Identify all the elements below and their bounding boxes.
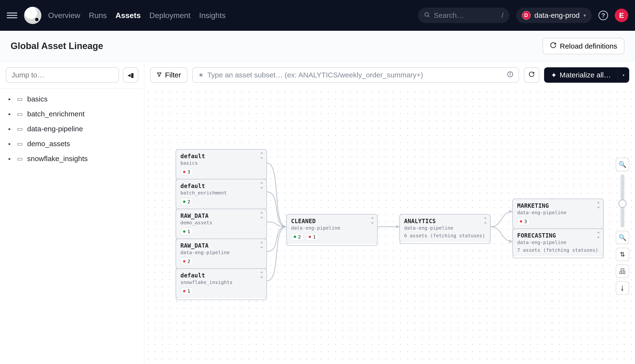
zoom-in-icon: 🔍 [619, 161, 626, 168]
status-dot-error-icon [309, 236, 311, 238]
node-title: RAW_DATA [180, 242, 262, 249]
tree-item-label: snowflake_insights [27, 154, 88, 163]
folder-icon: ▭ [17, 140, 23, 148]
nav-deployment[interactable]: Deployment [149, 11, 191, 20]
tree-item[interactable]: ▸▭data-eng-pipeline [0, 122, 144, 136]
search-shortcut: / [501, 11, 503, 20]
global-search[interactable]: Search… / [418, 8, 509, 23]
folder-icon: ▭ [17, 110, 23, 118]
filter-button[interactable]: Filter [150, 67, 187, 83]
node-title: CLEANED [291, 218, 373, 224]
node-title: MARKETING [517, 202, 599, 209]
lineage-canvas[interactable]: ⌃⌄ default basics 3 ⌃⌄ default batch_enr… [144, 88, 635, 364]
status-dot-ok-icon [183, 200, 186, 203]
caret-right-icon: ▸ [9, 141, 13, 146]
expand-icon[interactable]: ⌃⌄ [260, 183, 263, 188]
collapse-icon: ◂▮ [128, 72, 134, 79]
node-status: 7 assets (fetching statuses) [517, 247, 599, 253]
asset-group-node[interactable]: ⌃⌄ default snowflake_insights 1 [176, 268, 267, 298]
node-subtitle: basics [180, 160, 262, 166]
reload-label: Reload definitions [560, 42, 617, 50]
expand-icon[interactable]: ⌃⌄ [260, 242, 263, 247]
tree-item-label: data-eng-pipeline [27, 125, 83, 133]
materialize-all-button[interactable]: ✦ Materialize all… [544, 67, 618, 83]
reload-definitions-button[interactable]: Reload definitions [543, 38, 625, 54]
fit-view-button[interactable]: ⇅ [616, 248, 629, 261]
download-svg-button[interactable]: ⭳ [616, 281, 629, 295]
layout-button[interactable]: 品 [616, 264, 629, 278]
org-initial: D [522, 11, 531, 20]
status-badge: 2 [180, 198, 193, 205]
asset-subset-input[interactable]: ✶ Type an asset subset… (ex: ANALYTICS/w… [192, 67, 519, 83]
tree-item[interactable]: ▸▭batch_enrichment [0, 106, 144, 122]
zoom-out-icon: 🔍 [619, 234, 626, 242]
svg-line-1 [428, 16, 429, 17]
tree-icon: 品 [619, 267, 625, 276]
status-badge: 2 [180, 258, 193, 265]
zoom-in-button[interactable]: 🔍 [616, 158, 629, 171]
refresh-canvas-button[interactable] [524, 67, 539, 83]
collapse-sidebar-button[interactable]: ◂▮ [123, 67, 138, 83]
status-badge: 3 [180, 168, 193, 176]
node-subtitle: data-eng-pipeline [180, 250, 262, 255]
asset-group-node[interactable]: ⌃⌄ MARKETING data-eng-pipeline 3 [512, 198, 604, 229]
node-subtitle: demo_assets [180, 220, 262, 226]
expand-icon[interactable]: ⌃⌄ [260, 272, 263, 277]
jump-to-input[interactable] [6, 67, 119, 83]
materialize-dropdown-button[interactable]: ▾ [618, 67, 629, 83]
status-dot-error-icon [520, 220, 522, 223]
zoom-slider[interactable] [620, 174, 624, 228]
nav-insights[interactable]: Insights [199, 11, 226, 20]
expand-vertical-icon: ⇅ [620, 251, 625, 258]
zoom-out-button[interactable]: 🔍 [616, 231, 629, 244]
expand-icon[interactable]: ⌃⌄ [597, 232, 600, 237]
asset-group-node[interactable]: ⌃⌄ ANALYTICS data-eng-pipeline 6 assets … [399, 214, 491, 242]
help-icon[interactable]: ? [598, 10, 608, 20]
expand-icon[interactable]: ⌃⌄ [260, 153, 263, 158]
lineage-canvas-pane: Filter ✶ Type an asset subset… (ex: ANAL… [144, 62, 635, 364]
caret-right-icon: ▸ [9, 126, 13, 132]
status-dot-error-icon [183, 171, 186, 173]
caret-right-icon: ▸ [9, 156, 13, 161]
search-icon [424, 11, 430, 20]
expand-icon[interactable]: ⌃⌄ [260, 212, 263, 217]
tree-item[interactable]: ▸▭demo_assets [0, 136, 144, 151]
materialize-label: Materialize all… [560, 71, 611, 79]
expand-icon[interactable]: ⌃⌄ [484, 218, 487, 223]
zoom-thumb[interactable] [618, 200, 626, 208]
nav-overview[interactable]: Overview [48, 11, 80, 20]
asset-group-node[interactable]: ⌃⌄ FORECASTING data-eng-pipeline 7 asset… [512, 228, 604, 257]
expand-icon[interactable]: ⌃⌄ [597, 202, 600, 207]
menu-icon[interactable] [7, 10, 17, 21]
status-dot-error-icon [183, 290, 186, 292]
asset-group-node[interactable]: ⌃⌄ CLEANED data-eng-pipeline 2 1 [286, 214, 378, 244]
app-logo[interactable] [24, 7, 41, 24]
nav-assets[interactable]: Assets [116, 11, 141, 20]
tree-item-label: basics [27, 95, 48, 103]
caret-right-icon: ▸ [9, 96, 13, 102]
filter-icon [156, 71, 162, 79]
folder-icon: ▭ [17, 96, 23, 103]
canvas-toolbar: Filter ✶ Type an asset subset… (ex: ANAL… [144, 62, 635, 88]
user-avatar[interactable]: E [615, 9, 628, 22]
tree-item[interactable]: ▸▭basics [0, 92, 144, 106]
svg-point-4 [510, 73, 510, 73]
nav-runs[interactable]: Runs [89, 11, 107, 20]
zoom-control: 🔍 🔍 ⇅ 品 ⭳ [616, 158, 629, 295]
tree-item[interactable]: ▸▭snowflake_insights [0, 151, 144, 166]
topbar: Overview Runs Assets Deployment Insights… [0, 0, 635, 31]
svg-point-0 [425, 12, 428, 16]
asset-group-node[interactable]: ⌃⌄ RAW_DATA demo_assets 1 [176, 209, 267, 239]
asset-group-node[interactable]: ⌃⌄ default batch_enrichment 2 [176, 179, 267, 209]
expand-icon[interactable]: ⌃⌄ [371, 218, 374, 223]
node-subtitle: data-eng-pipeline [291, 225, 373, 231]
asset-tree: ▸▭basics ▸▭batch_enrichment ▸▭data-eng-p… [0, 89, 144, 169]
status-badge: 2 [291, 233, 304, 240]
wand-icon: ✶ [198, 71, 204, 79]
node-title: ANALYTICS [404, 218, 486, 224]
asset-group-node[interactable]: ⌃⌄ RAW_DATA data-eng-pipeline 2 [176, 238, 267, 269]
org-switcher[interactable]: D data-eng-prod ▾ [516, 8, 592, 23]
tree-item-label: batch_enrichment [27, 110, 85, 118]
info-icon[interactable] [507, 71, 513, 79]
asset-group-node[interactable]: ⌃⌄ default basics 3 [176, 149, 267, 179]
